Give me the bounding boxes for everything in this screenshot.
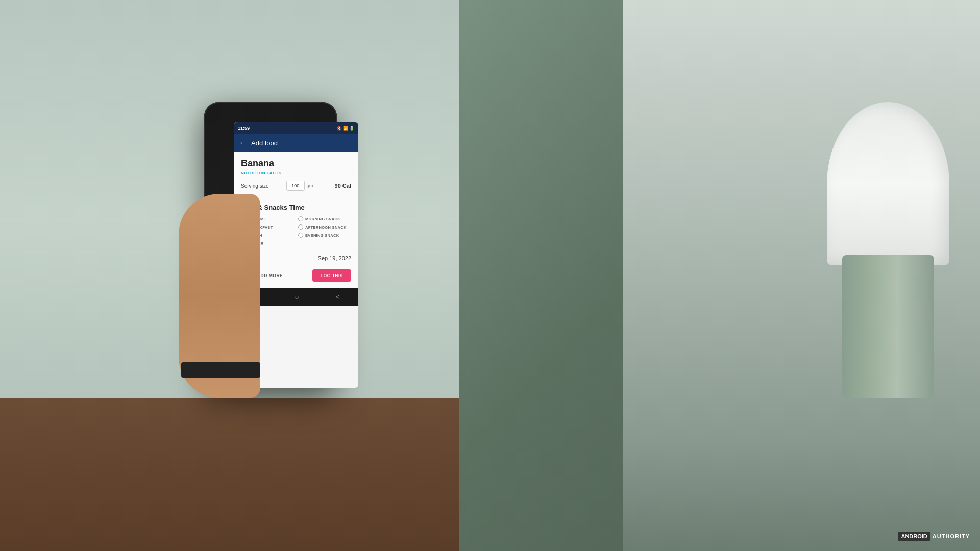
back-nav-icon[interactable]: < (336, 293, 340, 301)
lamp-base-cylinder (842, 255, 934, 398)
label-evening-snack: EVENING SNACK (305, 233, 339, 238)
watermark: ANDROID AUTHORITY (898, 532, 970, 541)
label-morning-snack: MORNING SNACK (305, 217, 340, 221)
hand (179, 194, 260, 398)
serving-size-label: Serving size (241, 183, 268, 189)
day-value: Sep 19, 2022 (318, 255, 351, 261)
watermark-authority: AUTHORITY (933, 533, 970, 539)
app-bar: ← Add food (234, 134, 358, 152)
label-afternoon-snack: AFTERNOON SNACK (305, 225, 347, 230)
home-icon[interactable]: ○ (295, 293, 299, 301)
food-name: Banana (241, 158, 351, 169)
log-this-button[interactable]: LOG THIS (312, 269, 351, 282)
hand-phone-container: 11:59 🔇 📶 🔋 ← Add food Banana NUTRITION … (179, 92, 357, 449)
wrist-band (181, 362, 260, 378)
app-bar-title: Add food (251, 139, 278, 147)
serving-input-area: gra... (286, 181, 317, 191)
radio-afternoon-snack[interactable] (298, 224, 303, 230)
radio-evening-snack[interactable] (298, 233, 303, 238)
signal-icon: 📶 (343, 126, 348, 131)
serving-unit: gra... (307, 183, 317, 188)
scene: 11:59 🔇 📶 🔋 ← Add food Banana NUTRITION … (0, 0, 980, 551)
meal-options-right: MORNING SNACK AFTERNOON SNACK EVENING SN… (298, 216, 351, 246)
lamp (837, 102, 939, 408)
lamp-area (623, 0, 980, 551)
calories-value: 90 Cal (335, 183, 351, 189)
option-evening-snack[interactable]: EVENING SNACK (298, 233, 351, 238)
option-morning-snack[interactable]: MORNING SNACK (298, 216, 351, 221)
mute-icon: 🔇 (337, 126, 342, 131)
serving-row: Serving size gra... 90 Cal (241, 181, 351, 196)
serving-value-input[interactable] (286, 181, 305, 191)
status-icons: 🔇 📶 🔋 (337, 126, 354, 131)
battery-icon: 🔋 (349, 126, 354, 131)
radio-morning-snack[interactable] (298, 216, 303, 221)
option-afternoon-snack[interactable]: AFTERNOON SNACK (298, 224, 351, 230)
back-button[interactable]: ← (239, 138, 247, 147)
nutrition-facts-label: NUTRITION FACTS (241, 171, 351, 176)
status-time: 11:59 (238, 126, 250, 131)
watermark-android: ANDROID (898, 532, 930, 541)
lamp-shade (827, 102, 949, 265)
status-bar: 11:59 🔇 📶 🔋 (234, 122, 358, 134)
